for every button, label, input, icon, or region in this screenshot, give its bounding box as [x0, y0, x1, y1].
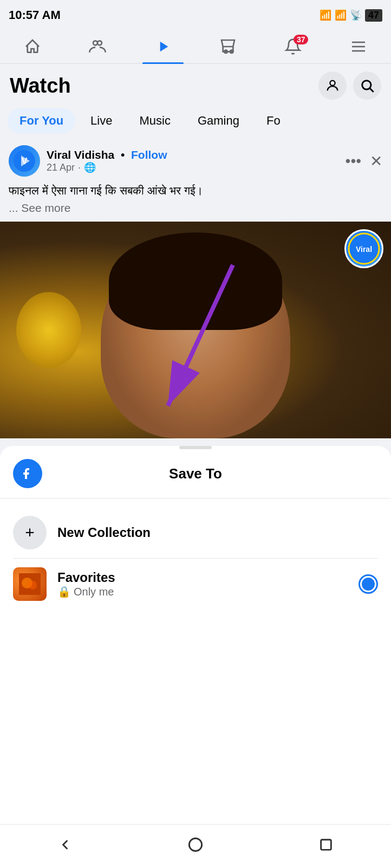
post-meta: Viral Vidisha • Follow 21 Apr · 🌐: [47, 148, 339, 173]
video-hair: [109, 232, 282, 330]
nav-item-menu[interactable]: [338, 33, 379, 63]
svg-line-9: [370, 88, 373, 92]
svg-text:Viral: Viral: [356, 245, 372, 254]
favorites-subtitle: 🔒 Only me: [57, 585, 348, 598]
wifi-icon: 📶: [335, 9, 347, 21]
favorites-thumb-image: [19, 573, 41, 595]
tab-music[interactable]: Music: [127, 108, 182, 133]
watch-header: Watch: [0, 64, 391, 105]
channel-logo: V: [14, 150, 35, 172]
post-header: V Viral Vidisha • Follow 21 Apr · 🌐 ••• …: [0, 140, 391, 182]
svg-point-1: [97, 41, 102, 45]
facebook-logo: [13, 459, 42, 488]
main-nav-bar: 37: [0, 28, 391, 64]
sheet-header: Save To: [0, 449, 391, 498]
follow-link[interactable]: Follow: [131, 148, 167, 161]
svg-point-21: [189, 838, 201, 851]
close-post-button[interactable]: ✕: [370, 152, 382, 170]
video-background: [0, 222, 391, 438]
status-time: 10:57 AM: [9, 8, 61, 22]
watch-icon: [153, 37, 173, 56]
radio-inner: [362, 578, 375, 591]
watch-tabs: For You Live Music Gaming Fo: [0, 105, 391, 140]
post-avatar: V: [9, 145, 40, 177]
favorites-thumb-inner: [13, 567, 47, 601]
favorites-title: Favorites: [57, 570, 348, 585]
sheet-title: Save To: [42, 465, 349, 482]
search-icon: [360, 78, 375, 93]
battery-icon: 47: [365, 9, 382, 22]
post-text: फाइनल में ऐसा गाना गई कि सबकी आंखे भर गई…: [0, 182, 391, 222]
author-name: Viral Vidisha: [47, 148, 114, 161]
visibility-icon: 🌐: [84, 161, 96, 173]
svg-point-7: [330, 81, 335, 86]
video-container[interactable]: Viral: [0, 222, 391, 438]
tab-live[interactable]: Live: [79, 108, 124, 133]
post-actions: ••• ✕: [346, 152, 382, 170]
channel-badge-logo: Viral: [348, 232, 380, 265]
status-bar: 10:57 AM 📶 📶 📡 47: [0, 0, 391, 28]
search-button[interactable]: [353, 72, 381, 100]
sheet-content: + New Collection Favorites 🔒: [0, 498, 391, 618]
plus-icon: +: [13, 516, 47, 549]
tab-fo[interactable]: Fo: [255, 108, 292, 133]
new-collection-item[interactable]: + New Collection: [13, 507, 378, 558]
bottom-sheet: Save To + New Collection: [0, 446, 391, 825]
favorites-thumbnail: [13, 567, 47, 601]
favorites-item[interactable]: Favorites 🔒 Only me: [13, 559, 378, 610]
post-card: V Viral Vidisha • Follow 21 Apr · 🌐 ••• …: [0, 140, 391, 438]
nav-item-marketplace[interactable]: [207, 33, 249, 63]
person-icon: [325, 78, 340, 93]
video-channel-badge: Viral: [344, 229, 383, 268]
post-author: Viral Vidisha • Follow: [47, 148, 339, 161]
nav-item-friends[interactable]: [77, 33, 118, 63]
tab-gaming[interactable]: Gaming: [186, 108, 251, 133]
home-button[interactable]: [182, 831, 209, 858]
svg-point-20: [28, 581, 37, 590]
recents-button[interactable]: [312, 831, 340, 858]
post-date: 21 Apr · 🌐: [47, 161, 339, 173]
nav-item-notifications[interactable]: 37: [272, 33, 314, 63]
friends-icon: [88, 37, 107, 56]
home-indicator: [0, 824, 391, 868]
signal-icon: 📶: [320, 9, 331, 21]
lock-icon: 🔒: [57, 585, 71, 598]
fb-logo-icon: [19, 465, 36, 482]
nav-item-home[interactable]: [12, 33, 53, 63]
marketplace-icon: [218, 37, 238, 56]
back-button[interactable]: [51, 831, 79, 858]
see-more-link[interactable]: ... See more: [9, 202, 70, 214]
profile-button[interactable]: [318, 72, 347, 100]
favorites-info: Favorites 🔒 Only me: [57, 570, 348, 598]
nav-item-watch[interactable]: [142, 33, 184, 63]
home-icon: [23, 37, 42, 56]
wifi2-icon: 📡: [350, 9, 362, 21]
header-actions: [318, 72, 381, 100]
video-blob: [16, 292, 81, 368]
favorites-radio-selected[interactable]: [359, 574, 378, 594]
back-icon: [57, 837, 73, 852]
recents-icon: [318, 837, 334, 852]
more-options-button[interactable]: •••: [346, 152, 361, 170]
notification-badge: 37: [294, 35, 309, 44]
watch-title: Watch: [10, 74, 71, 98]
home-gesture-icon: [188, 837, 203, 852]
new-collection-label: New Collection: [57, 525, 151, 540]
status-icons: 📶 📶 📡 47: [320, 9, 382, 22]
tab-for-you[interactable]: For You: [8, 108, 75, 133]
svg-point-8: [362, 81, 371, 89]
svg-rect-22: [321, 840, 331, 850]
menu-icon: [349, 37, 368, 56]
